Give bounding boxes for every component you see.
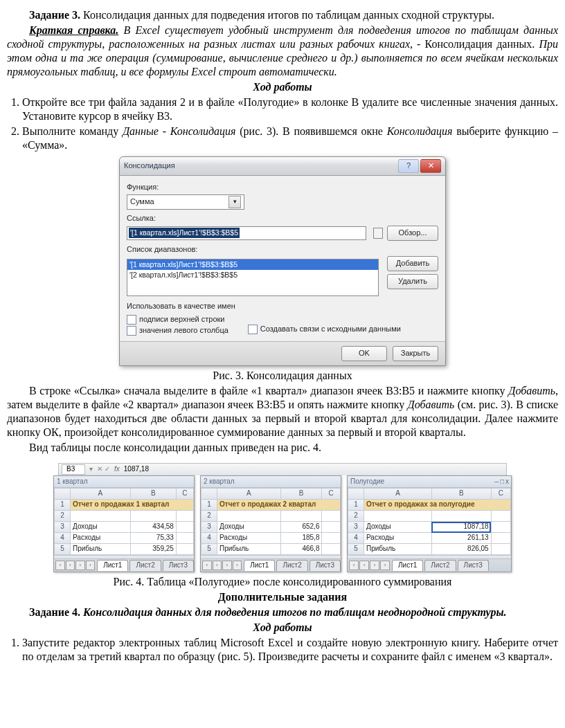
steps-list-1: Откройте все три файла задания 2 и в фай…: [22, 95, 558, 152]
extra-tasks-heading: Дополнительные задания: [7, 590, 558, 604]
reference-label: Ссылка:: [127, 214, 438, 224]
name-box[interactable]: B3: [62, 464, 85, 475]
excel-panel-2: 2 кварталABC1Отчет о продажах 2 квартал2…: [200, 475, 341, 572]
consolidation-dialog: Консолидация ? ✕ Функция: Сумма ▾ Ссылка…: [119, 156, 446, 366]
function-select[interactable]: Сумма ▾: [127, 194, 244, 210]
paragraph-3: В строке «Ссылка» сначала выделите в фай…: [7, 384, 558, 439]
close-button[interactable]: ✕: [420, 159, 441, 173]
create-links-checkbox[interactable]: Создавать связи с исходными данными: [248, 325, 401, 334]
figure-4-caption: Рис. 4. Таблица «Полугодие» после консол…: [7, 575, 558, 589]
reference-input[interactable]: '[1 квартал.xls]Лист1'!$B$3:$B$5: [127, 226, 366, 240]
left-col-checkbox[interactable]: значения левого столбца: [127, 326, 228, 336]
excel-panel-1: 1 кварталABC1Отчет о продажах 1 квартал2…: [53, 475, 195, 572]
dialog-titlebar: Консолидация ? ✕: [120, 157, 445, 176]
formula-bar: B3 ▾ ✕ ✓ fx 1087,18: [58, 463, 507, 475]
browse-button[interactable]: Обзор...: [387, 226, 438, 241]
list-item[interactable]: '[1 квартал.xls]Лист1'!$B$3:$B$5: [127, 260, 378, 270]
use-names-label: Использовать в качестве имен: [127, 302, 438, 311]
top-row-checkbox[interactable]: подписи верхней строки: [127, 315, 228, 325]
task4-title: Задание 4. Консолидация данных для подве…: [7, 606, 558, 619]
work-heading-1: Ход работы: [7, 80, 558, 94]
figure-3-caption: Рис. 3. Консолидация данных: [7, 369, 558, 383]
fx-icon[interactable]: fx: [114, 465, 120, 474]
paragraph-4: Вид таблицы после консолидации данных пр…: [7, 441, 558, 455]
excel-panel-3: Полугодие–□xABC1Отчет о продажах за полу…: [347, 475, 512, 572]
help-button[interactable]: ?: [398, 159, 419, 173]
step-2: Выполните команду Данные - Консолидация …: [22, 125, 558, 152]
range-picker-icon[interactable]: [373, 228, 383, 239]
step-3: Запустите редактор электронных таблиц Mi…: [22, 636, 558, 664]
formula-value: 1087,18: [124, 465, 149, 474]
work-heading-2: Ход работы: [7, 621, 558, 635]
close-dialog-button[interactable]: Закрыть: [393, 346, 438, 361]
range-list-label: Список диапазонов:: [127, 245, 438, 255]
function-label: Функция:: [127, 183, 438, 192]
delete-button[interactable]: Удалить: [387, 274, 438, 289]
chevron-down-icon: ▾: [228, 196, 241, 208]
task3-title: Задание 3. Консолидация данных для подве…: [7, 8, 558, 22]
dialog-title: Консолидация: [124, 161, 397, 171]
list-item[interactable]: '[2 квартал.xls]Лист1'!$B$3:$B$5: [127, 270, 378, 280]
steps-list-2: Запустите редактор электронных таблиц Mi…: [22, 636, 558, 664]
range-listbox[interactable]: '[1 квартал.xls]Лист1'!$B$3:$B$5 '[2 ква…: [127, 259, 379, 296]
brief-note: Краткая справка. В Excel существует удоб…: [7, 24, 558, 79]
step-1: Откройте все три файла задания 2 и в фай…: [22, 95, 558, 123]
ok-button[interactable]: OK: [341, 346, 387, 361]
add-button[interactable]: Добавить: [387, 256, 438, 271]
